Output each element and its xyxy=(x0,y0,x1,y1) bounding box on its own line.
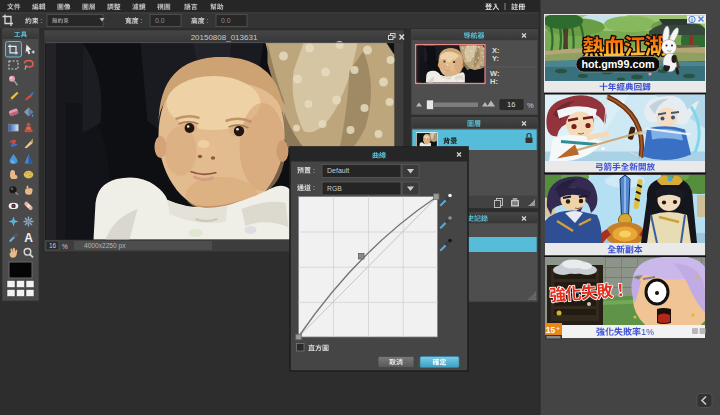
svg-text:RGB: RGB xyxy=(327,185,342,192)
svg-text:1%: 1% xyxy=(641,327,654,337)
svg-text:0.0: 0.0 xyxy=(155,17,165,24)
svg-text:15: 15 xyxy=(546,325,556,335)
svg-text:Default: Default xyxy=(327,167,349,174)
svg-text::: : xyxy=(141,17,143,24)
svg-text:H:: H: xyxy=(490,77,498,86)
svg-text:16: 16 xyxy=(507,100,515,109)
svg-text::: : xyxy=(41,17,43,24)
svg-text:%: % xyxy=(62,243,68,250)
svg-text:Y:: Y: xyxy=(492,54,499,63)
svg-text:A: A xyxy=(24,231,33,245)
svg-text:+: + xyxy=(556,325,560,331)
svg-text:0.0: 0.0 xyxy=(221,17,231,24)
svg-text::: : xyxy=(313,184,315,191)
svg-text:4000x2250 px: 4000x2250 px xyxy=(84,242,126,250)
svg-text:16: 16 xyxy=(49,242,57,249)
svg-text::: : xyxy=(207,17,209,24)
svg-text:%: % xyxy=(527,101,534,110)
svg-text:20150808_013631: 20150808_013631 xyxy=(191,33,258,42)
svg-text::: : xyxy=(313,167,315,174)
svg-text:hot.gm99.com: hot.gm99.com xyxy=(581,58,654,70)
